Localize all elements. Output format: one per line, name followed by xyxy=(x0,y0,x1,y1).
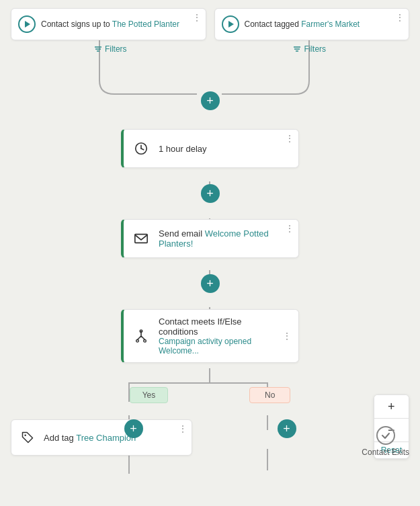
trigger-link-left[interactable]: The Potted Planter xyxy=(112,19,179,29)
play-icon-right xyxy=(222,15,239,33)
delay-more[interactable]: ⋮ xyxy=(285,134,294,143)
no-label: No xyxy=(249,387,290,403)
delay-card[interactable]: 1 hour delay ⋮ xyxy=(121,129,299,168)
email-icon xyxy=(130,228,152,249)
filter-btn-left[interactable]: Filters xyxy=(11,44,210,54)
yes-label: Yes xyxy=(130,387,169,403)
trigger-card-left[interactable]: Contact signs up to The Potted Planter ⋮ xyxy=(11,8,206,40)
svg-point-25 xyxy=(24,434,26,436)
delay-text: 1 hour delay xyxy=(159,144,292,154)
svg-point-23 xyxy=(144,340,146,343)
ifelse-card[interactable]: Contact meets If/Else conditions Campaig… xyxy=(121,309,299,363)
trigger-row: Contact signs up to The Potted Planter ⋮… xyxy=(0,0,420,40)
add-circle-3[interactable]: + xyxy=(201,274,220,293)
svg-marker-11 xyxy=(228,21,234,28)
svg-marker-10 xyxy=(25,21,30,28)
filter-row: Filters Filters xyxy=(0,40,420,58)
ifelse-subtitle[interactable]: Campaign activity opened Welcome... xyxy=(159,337,280,355)
bottom-area: Add tag Tree Champion ⋮ Contact Exits xyxy=(0,419,420,457)
trigger-more-right[interactable]: ⋮ xyxy=(395,13,405,22)
email-card[interactable]: Send email Welcome Potted Planters! ⋮ xyxy=(121,219,299,258)
email-more[interactable]: ⋮ xyxy=(285,224,294,233)
trigger-text-left: Contact signs up to The Potted Planter xyxy=(41,19,199,29)
add-circle-2[interactable]: + xyxy=(201,184,220,203)
play-icon-left xyxy=(18,15,36,33)
trigger-card-right[interactable]: Contact tagged Farmer's Market ⋮ xyxy=(214,8,410,40)
check-icon xyxy=(376,426,395,445)
tag-icon xyxy=(18,428,37,447)
add-tag-text: Add tag Tree Champion xyxy=(44,433,136,443)
svg-rect-21 xyxy=(135,235,147,243)
filter-label-left: Filters xyxy=(105,44,127,54)
add-tag-card[interactable]: Add tag Tree Champion ⋮ xyxy=(11,419,192,456)
ifelse-more[interactable]: ⋮ xyxy=(282,331,292,341)
svg-line-20 xyxy=(141,149,144,150)
contact-exits: Contact Exits xyxy=(362,419,409,457)
trigger-more-left[interactable]: ⋮ xyxy=(192,13,202,22)
add-tag-more[interactable]: ⋮ xyxy=(178,424,187,433)
svg-point-22 xyxy=(136,340,139,343)
add-circle-yes[interactable]: + xyxy=(124,419,143,438)
branch-labels: Yes No xyxy=(116,387,304,403)
email-text: Send email Welcome Potted Planters! xyxy=(159,228,292,249)
trigger-link-right[interactable]: Farmer's Market xyxy=(301,19,360,29)
filter-label-right: Filters xyxy=(304,44,326,54)
contact-exits-label: Contact Exits xyxy=(362,448,409,457)
filter-btn-right[interactable]: Filters xyxy=(210,44,410,54)
clock-icon xyxy=(130,138,152,159)
trigger-text-right: Contact tagged Farmer's Market xyxy=(245,19,403,29)
email-link[interactable]: Welcome Potted Planters! xyxy=(159,228,269,249)
ifelse-title: Contact meets If/Else conditions xyxy=(159,317,280,337)
add-circle-no[interactable]: + xyxy=(278,419,296,438)
split-icon xyxy=(130,325,152,347)
add-circle-1[interactable]: + xyxy=(201,91,220,110)
